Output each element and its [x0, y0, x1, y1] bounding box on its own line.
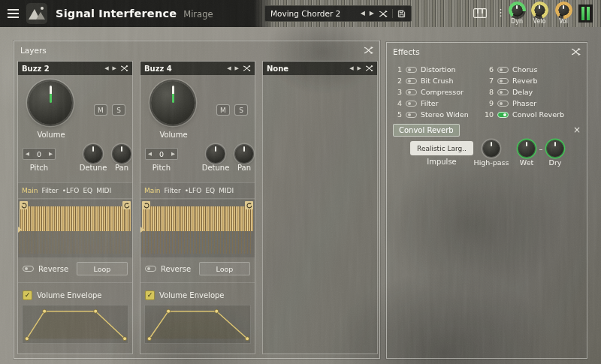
layer-header[interactable]: Buzz 4 ◀ ▶	[140, 62, 255, 75]
effect-slot[interactable]: 2 Bit Crush	[393, 75, 483, 86]
selected-effect-title[interactable]: Convol Reverb	[393, 124, 460, 137]
effect-slot[interactable]: 6 Chorus	[485, 64, 584, 75]
reverse-toggle[interactable]	[145, 266, 156, 272]
close-effect-icon[interactable]: ×	[573, 125, 581, 134]
tab-main[interactable]: Main	[22, 187, 38, 194]
effects-header: Effects	[387, 43, 587, 61]
pitch-stepper[interactable]: ◀ 0 ▶	[23, 148, 56, 160]
effect-name: Distortion	[421, 65, 456, 74]
effect-enable-toggle[interactable]	[406, 112, 417, 118]
preset-prev-icon[interactable]: ◀	[361, 11, 365, 17]
effect-name: Filter	[421, 99, 439, 107]
tab-filter[interactable]: Filter	[165, 187, 181, 194]
velo-knob[interactable]	[533, 4, 546, 17]
mute-button[interactable]: M	[94, 104, 107, 116]
layer-header[interactable]: None ◀ ▶	[263, 62, 377, 75]
tab-main[interactable]: Main	[144, 187, 161, 194]
solo-button[interactable]: S	[234, 104, 248, 116]
preset-save-icon[interactable]	[397, 10, 406, 18]
reverse-toggle[interactable]	[23, 266, 34, 272]
tab-eq[interactable]: EQ	[205, 187, 215, 194]
effect-enable-toggle[interactable]	[406, 67, 417, 73]
layer-prev-icon[interactable]: ◀	[227, 66, 231, 71]
wet-knob[interactable]	[518, 140, 535, 157]
solo-button[interactable]: S	[112, 104, 125, 116]
tab-midi[interactable]: MIDI	[96, 187, 111, 194]
reverse-row: Reverse Loop	[145, 261, 250, 276]
pitch-up-icon[interactable]: ▶	[49, 152, 53, 157]
preset-shuffle-icon[interactable]	[379, 11, 388, 17]
layer-shuffle-icon[interactable]	[120, 65, 128, 71]
pan-knob[interactable]	[235, 145, 253, 163]
effect-enable-toggle[interactable]	[497, 101, 509, 107]
layer-shuffle-icon[interactable]	[243, 65, 251, 71]
more-menu-icon[interactable]: ⋮	[496, 7, 506, 18]
effect-name: Phaser	[512, 99, 536, 107]
effect-slot[interactable]: 4 Filter	[393, 98, 483, 109]
volume-envelope-checkbox[interactable]: ✓	[23, 290, 32, 300]
preset-next-icon[interactable]: ▶	[370, 11, 374, 17]
effects-list-left: 1 Distortion 2 Bit Crush 3 Compressor 4 …	[393, 64, 483, 120]
pitch-down-icon[interactable]: ◀	[148, 152, 152, 157]
pitch-stepper[interactable]: ◀ 0 ▶	[145, 148, 178, 160]
dry-knob[interactable]	[547, 140, 563, 157]
effect-slot[interactable]: 7 Reverb	[485, 75, 584, 86]
volume-label: Volume	[146, 131, 201, 139]
layer-prev-icon[interactable]: ◀	[349, 66, 353, 71]
loop-end-marker[interactable]	[122, 201, 131, 209]
effects-shuffle-icon[interactable]	[571, 48, 581, 56]
layer-volume-knob[interactable]	[29, 81, 72, 125]
pitch-up-icon[interactable]: ▶	[171, 152, 175, 157]
waveform-display[interactable]	[140, 200, 255, 258]
effect-enable-toggle[interactable]	[497, 89, 509, 95]
effect-slot[interactable]: 5 Stereo Widen	[393, 109, 483, 120]
dyn-knob[interactable]	[511, 4, 524, 17]
keyboard-icon[interactable]	[473, 8, 487, 18]
effect-slot[interactable]: 1 Distortion	[393, 64, 483, 75]
layer-volume-knob[interactable]	[151, 81, 195, 125]
effect-enable-toggle[interactable]	[406, 89, 417, 95]
layer-header[interactable]: Buzz 2 ◀ ▶	[18, 62, 132, 75]
preset-selector[interactable]: Moving Chorder 2 ◀ ▶	[264, 5, 412, 22]
loop-end-marker[interactable]	[245, 201, 253, 209]
tab-filter[interactable]: Filter	[42, 187, 59, 194]
envelope-editor[interactable]	[22, 305, 128, 344]
layers-shuffle-icon[interactable]	[364, 47, 373, 54]
pan-knob[interactable]	[113, 145, 131, 163]
layer-prev-icon[interactable]: ◀	[104, 66, 108, 71]
menu-icon[interactable]	[8, 9, 19, 18]
envelope-editor[interactable]	[144, 305, 251, 344]
loop-mode-dropdown[interactable]: Loop	[77, 262, 128, 275]
wet-label: Wet	[513, 158, 540, 167]
detune-knob[interactable]	[207, 145, 225, 163]
mute-button[interactable]: M	[216, 104, 230, 116]
effect-slot[interactable]: 9 Phaser	[485, 98, 584, 109]
waveform-display[interactable]	[18, 200, 132, 258]
layer-shuffle-icon[interactable]	[365, 65, 373, 71]
loop-mode-dropdown[interactable]: Loop	[199, 262, 250, 275]
tab-midi[interactable]: MIDI	[219, 187, 234, 194]
effect-enable-toggle[interactable]	[497, 67, 509, 73]
effect-enable-toggle[interactable]	[497, 78, 509, 84]
highpass-knob[interactable]	[483, 140, 500, 157]
impulse-dropdown[interactable]: Realistic Larg..	[410, 141, 473, 155]
effect-enable-toggle[interactable]	[406, 78, 417, 84]
layer-next-icon[interactable]: ▶	[235, 66, 239, 71]
layer-next-icon[interactable]: ▶	[113, 66, 116, 71]
effect-slot[interactable]: 8 Delay	[485, 86, 584, 98]
effect-slot[interactable]: 3 Compressor	[393, 86, 483, 98]
effect-number: 9	[485, 99, 494, 107]
tab-lfo[interactable]: •LFO	[62, 187, 80, 194]
pitch-down-icon[interactable]: ◀	[26, 152, 29, 157]
effect-enable-toggle[interactable]	[497, 112, 509, 118]
loop-start-marker[interactable]	[20, 201, 28, 209]
tab-lfo[interactable]: •LFO	[185, 187, 202, 194]
vol-knob[interactable]	[557, 4, 570, 17]
detune-knob[interactable]	[84, 145, 102, 163]
effect-slot[interactable]: 10 Convol Reverb	[485, 109, 584, 120]
tab-eq[interactable]: EQ	[83, 187, 92, 194]
loop-start-marker[interactable]	[142, 201, 150, 209]
effect-enable-toggle[interactable]	[406, 101, 417, 107]
layer-next-icon[interactable]: ▶	[358, 66, 361, 71]
volume-envelope-checkbox[interactable]: ✓	[145, 290, 155, 300]
